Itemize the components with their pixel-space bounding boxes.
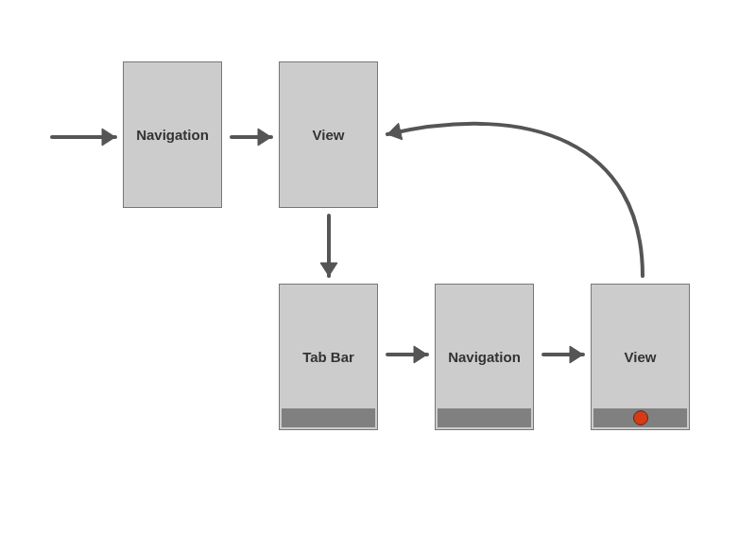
arrowhead-icon: [414, 346, 427, 363]
arrowhead-icon: [387, 123, 403, 140]
diagram-canvas: Navigation View Tab Bar Navigation View: [0, 0, 756, 537]
arrowhead-icon: [320, 263, 337, 276]
arrowhead-icon: [258, 129, 271, 146]
arrowhead-icon: [102, 129, 115, 146]
arrows-layer: [0, 0, 756, 537]
arrowhead-icon: [570, 346, 583, 363]
arrow-view2-back-to-view1: [387, 124, 643, 276]
